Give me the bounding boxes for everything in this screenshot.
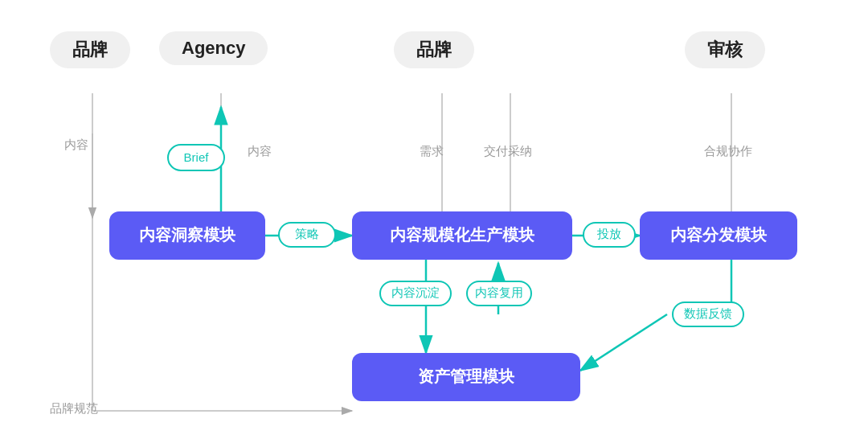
- pill-feedback: 数据反馈: [672, 301, 744, 327]
- header-brand2: 品牌: [394, 31, 474, 68]
- header-review: 审核: [685, 31, 765, 68]
- module-distribution: 内容分发模块: [640, 211, 797, 260]
- pill-strategy: 策略: [278, 222, 336, 248]
- module-asset: 资产管理模块: [352, 353, 580, 401]
- svg-line-13: [580, 314, 667, 371]
- label-brand-spec: 品牌规范: [50, 401, 98, 416]
- label-demand: 需求: [420, 144, 444, 159]
- module-production: 内容规模化生产模块: [352, 211, 572, 260]
- label-content1: 内容: [64, 137, 88, 153]
- pill-brief: Brief: [167, 144, 225, 171]
- pill-sedimentation: 内容沉淀: [379, 281, 452, 306]
- label-compliance: 合规协作: [704, 144, 752, 159]
- label-delivery: 交付采纳: [484, 144, 532, 159]
- header-agency: Agency: [159, 31, 268, 65]
- pill-placement: 投放: [583, 222, 636, 248]
- pill-reuse: 内容复用: [466, 281, 532, 306]
- diagram: 品牌 Agency 品牌 审核 内容 内容 需求 交付采纳 合规协作 品牌规范 …: [32, 25, 836, 419]
- header-brand1: 品牌: [50, 31, 130, 68]
- label-content2: 内容: [248, 144, 272, 159]
- module-insight: 内容洞察模块: [109, 211, 265, 260]
